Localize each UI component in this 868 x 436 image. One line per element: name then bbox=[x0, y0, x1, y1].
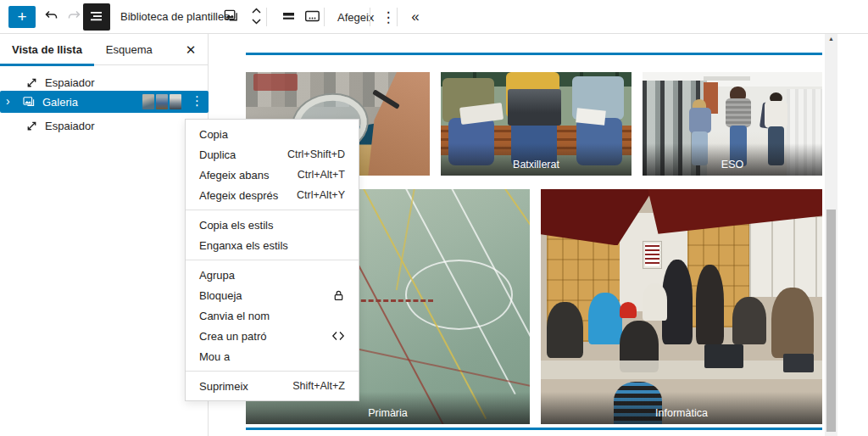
scroll-up-arrow-icon[interactable]: ▲ bbox=[825, 36, 837, 42]
menu-item-canvia-el-nom[interactable]: Canvia el nom bbox=[186, 305, 359, 326]
decor bbox=[643, 241, 662, 269]
menu-item-bloqueja[interactable]: Bloqueja bbox=[186, 285, 359, 305]
move-up-down-icon bbox=[251, 7, 262, 28]
scrollbar-thumb[interactable] bbox=[826, 210, 836, 432]
decor bbox=[588, 293, 622, 344]
image-caption: ESO bbox=[643, 159, 822, 170]
menu-item-duplica[interactable]: Duplica Ctrl+Shift+D bbox=[186, 144, 359, 165]
decor bbox=[732, 297, 766, 344]
pattern-icon bbox=[331, 329, 345, 343]
decor bbox=[547, 302, 583, 358]
gallery-image-batxillerat[interactable]: Batxillerat bbox=[441, 72, 632, 176]
list-view-toggle-button[interactable] bbox=[83, 3, 110, 31]
gallery-image-eso[interactable]: ESO bbox=[643, 72, 822, 176]
tab-outline[interactable]: Esquema bbox=[94, 34, 164, 65]
menu-item-suprimeix[interactable]: Suprimeix Shift+Alt+Z bbox=[186, 376, 359, 396]
decor bbox=[541, 361, 822, 379]
expand-chevron-icon[interactable]: › bbox=[6, 94, 10, 108]
alignment-icon bbox=[281, 9, 296, 25]
caption-button[interactable] bbox=[298, 3, 326, 31]
menu-item-enganxa-estils[interactable]: Enganxa els estils bbox=[186, 235, 359, 255]
menu-item-crea-un-patro[interactable]: Crea un patró bbox=[186, 326, 359, 346]
lock-icon bbox=[332, 289, 345, 302]
close-sidebar-button[interactable]: ✕ bbox=[179, 38, 203, 62]
decor bbox=[576, 108, 605, 126]
menu-section: Copia els estils Enganxa els estils bbox=[186, 210, 359, 260]
decor bbox=[783, 354, 815, 372]
gallery-icon bbox=[22, 95, 36, 109]
image-caption: Primària bbox=[246, 407, 530, 419]
spacer-icon bbox=[25, 76, 38, 89]
gallery-thumbnail bbox=[142, 94, 154, 109]
menu-section: Agrupa Bloqueja Canvia el nom Crea un pa… bbox=[186, 260, 359, 372]
toolbar-separator bbox=[266, 8, 267, 26]
toolbar-separator bbox=[324, 8, 325, 26]
gallery-image-informatica[interactable]: Informàtica bbox=[541, 189, 822, 424]
decor bbox=[704, 76, 750, 81]
caption-icon bbox=[304, 9, 320, 25]
menu-item-copia[interactable]: Copia bbox=[186, 124, 359, 144]
decor bbox=[749, 217, 822, 297]
decor bbox=[771, 288, 814, 358]
list-view-item-label: Espaiador bbox=[45, 120, 95, 132]
toolbar-separator bbox=[397, 8, 398, 26]
image-caption: Batxillerat bbox=[441, 159, 632, 170]
block-options-kebab[interactable]: ⋮ bbox=[191, 93, 203, 109]
list-view-item-label: Espaiador bbox=[45, 76, 95, 89]
spacer-icon bbox=[25, 120, 38, 132]
menu-section: Suprimeix Shift+Alt+Z bbox=[186, 372, 359, 400]
decor bbox=[643, 283, 668, 321]
document-title: Biblioteca de plantilles bbox=[120, 0, 230, 34]
list-view-icon bbox=[90, 9, 103, 25]
collapse-toolbar-button[interactable]: « bbox=[402, 3, 429, 31]
menu-item-mou-a[interactable]: Mou a bbox=[186, 346, 359, 366]
sidebar-tabs: Vista de llista Esquema ✕ bbox=[0, 34, 208, 65]
gallery-thumbnail bbox=[170, 94, 181, 109]
list-view-item-spacer-2[interactable]: Espaiador bbox=[0, 115, 209, 136]
block-options-menu: Copia Duplica Ctrl+Shift+D Afegeix abans… bbox=[185, 119, 359, 401]
list-view-item-label: Galeria bbox=[42, 96, 78, 109]
toolbar-separator bbox=[370, 8, 370, 26]
menu-item-afegeix-despres[interactable]: Afegeix després Ctrl+Alt+Y bbox=[186, 185, 359, 205]
list-view-item-gallery[interactable]: › Galeria ⋮ bbox=[0, 91, 209, 113]
decor bbox=[696, 265, 724, 344]
undo-icon bbox=[42, 8, 59, 27]
block-editor-window: + Biblioteca de plantilles bbox=[0, 0, 868, 436]
decor bbox=[508, 89, 561, 126]
list-view-sidebar: Vista de llista Esquema ✕ Espaiador › Ga… bbox=[0, 34, 209, 436]
image-caption: Informàtica bbox=[541, 407, 822, 419]
list-view-item-spacer-1[interactable]: Espaiador bbox=[0, 72, 209, 92]
block-outline-top bbox=[246, 53, 822, 55]
editor-toolbar: + Biblioteca de plantilles bbox=[0, 0, 868, 34]
decor bbox=[253, 74, 298, 91]
tab-list-view[interactable]: Vista de llista bbox=[0, 34, 94, 65]
decor bbox=[353, 299, 433, 302]
menu-item-agrupa[interactable]: Agrupa bbox=[186, 265, 359, 285]
menu-item-copia-estils[interactable]: Copia els estils bbox=[186, 215, 359, 235]
gallery-thumbnail bbox=[156, 94, 168, 109]
gallery-block-icon bbox=[223, 8, 239, 26]
menu-section: Copia Duplica Ctrl+Shift+D Afegeix abans… bbox=[186, 120, 359, 210]
gallery-block-button[interactable] bbox=[217, 3, 244, 31]
decor bbox=[620, 302, 637, 318]
vertical-scrollbar[interactable]: ▲ bbox=[825, 34, 837, 436]
options-kebab-button[interactable]: ⋮ bbox=[375, 3, 402, 31]
gallery-thumbnails bbox=[142, 94, 181, 109]
decor bbox=[704, 344, 743, 368]
menu-item-afegeix-abans[interactable]: Afegeix abans Ctrl+Alt+T bbox=[186, 165, 359, 185]
block-outline-bottom bbox=[246, 428, 822, 430]
block-inserter-button[interactable]: + bbox=[8, 6, 36, 28]
redo-icon bbox=[66, 8, 83, 27]
